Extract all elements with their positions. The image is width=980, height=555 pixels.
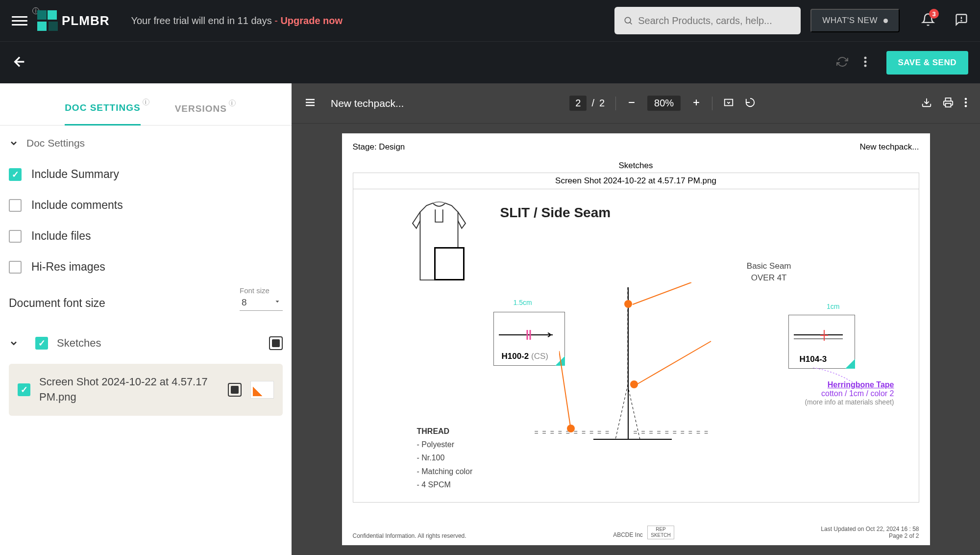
upgrade-link[interactable]: Upgrade now	[280, 15, 343, 26]
h104-detail-box: 1cm H104-3	[788, 315, 855, 369]
document-page: Stage: Design New techpack... Sketches S…	[342, 133, 930, 545]
sketch-image: SLIT / Side Seam Basic Seam OVER 4T 1.5c…	[353, 189, 919, 503]
notifications-button[interactable]: 3	[921, 13, 935, 28]
footer-updated: Last Updated on Oct 22, 2024 16 : 58 Pag…	[821, 526, 919, 539]
svg-point-5	[864, 56, 866, 59]
svg-line-30	[635, 341, 711, 385]
seam-label: Basic Seam OVER 4T	[747, 260, 791, 284]
whats-new-dot-icon	[883, 19, 888, 23]
checkbox[interactable]	[35, 337, 48, 350]
option-label: Include comments	[31, 199, 123, 212]
tab-label: VERSIONS	[175, 103, 227, 114]
zoom-level[interactable]: 80%	[647, 96, 681, 111]
font-size-select[interactable]: Font size 8	[240, 295, 283, 311]
page-stage: Stage: Design	[353, 142, 405, 152]
viewer-canvas[interactable]: Stage: Design New techpack... Sketches S…	[292, 124, 980, 555]
checkbox[interactable]	[18, 383, 30, 396]
trial-message: Your free trial will end in 11 days - Up…	[131, 15, 343, 26]
search-box[interactable]	[614, 7, 801, 34]
sketches-section-header[interactable]: Sketches	[0, 324, 292, 359]
font-size-row: Document font size Font size 8	[0, 282, 292, 324]
rotate-icon	[745, 97, 756, 108]
print-button[interactable]	[943, 97, 954, 110]
thread-specs: THREAD - Polyester - Nr.100 - Matching c…	[417, 425, 473, 491]
feedback-button[interactable]	[955, 13, 968, 28]
tab-doc-settings[interactable]: DOC SETTINGS i	[65, 102, 141, 126]
viewer-more-button[interactable]	[964, 97, 967, 110]
feedback-icon	[955, 13, 968, 26]
option-include-summary[interactable]: Include Summary	[0, 159, 292, 190]
dimension-label: 1.5cm	[514, 299, 532, 306]
main-area: DOC SETTINGS i VERSIONS i Doc Settings I…	[0, 83, 980, 555]
page-current-input[interactable]: 2	[569, 96, 587, 111]
font-size-label: Document font size	[9, 297, 105, 310]
search-icon	[623, 16, 633, 25]
sketch-file-item[interactable]: Screen Shot 2024-10-22 at 4.57.17 PM.png	[9, 364, 283, 416]
svg-line-29	[633, 282, 691, 304]
viewer-doc-title: New techpack...	[331, 98, 404, 109]
info-icon: i	[229, 100, 236, 106]
svg-point-19	[965, 101, 967, 103]
sketch-caption: Screen Shot 2024-10-22 at 4.57.17 PM.png	[353, 173, 919, 189]
expand-toggle[interactable]	[228, 383, 242, 397]
checkbox[interactable]	[9, 168, 22, 181]
arrow-left-icon	[12, 54, 27, 70]
page-indicator: 2 / 2	[569, 96, 605, 111]
option-label: Hi-Res images	[31, 260, 105, 274]
file-name: Screen Shot 2024-10-22 at 4.57.17 PM.png	[39, 375, 219, 405]
more-actions-button[interactable]	[864, 56, 867, 70]
info-icon: i	[143, 99, 149, 105]
page-footer: Confidential Information. All rights res…	[353, 526, 919, 539]
chevron-down-icon	[9, 138, 19, 148]
viewer-sidebar-toggle[interactable]	[304, 97, 316, 110]
download-button[interactable]	[921, 97, 932, 110]
checkbox[interactable]	[9, 199, 22, 212]
page-title-right: New techpack...	[860, 142, 919, 152]
doc-settings-section-header[interactable]: Doc Settings	[0, 126, 292, 159]
svg-rect-15	[725, 99, 733, 105]
zoom-out-button[interactable]	[627, 98, 637, 109]
font-size-dropdown[interactable]: 8	[240, 295, 283, 311]
svg-point-20	[965, 105, 967, 107]
rotate-button[interactable]	[745, 97, 756, 110]
document-viewer: New techpack... 2 / 2 80%	[292, 83, 980, 555]
dots-vertical-icon	[964, 97, 967, 108]
download-icon	[921, 97, 932, 108]
svg-rect-17	[946, 103, 951, 106]
svg-point-18	[965, 98, 967, 100]
footer-confidential: Confidential Information. All rights res…	[353, 532, 466, 539]
checkbox[interactable]	[9, 230, 22, 243]
expand-toggle[interactable]	[269, 336, 283, 350]
whats-new-button[interactable]: WHAT'S NEW	[810, 9, 900, 32]
logo-mark-icon	[37, 10, 58, 31]
herringbone-label: Herringbone Tape cotton / 1cm / color 2 …	[805, 380, 894, 406]
option-hires-images[interactable]: Hi-Res images	[0, 252, 292, 282]
viewer-toolbar: New techpack... 2 / 2 80%	[292, 83, 980, 124]
fit-page-icon	[723, 97, 734, 108]
sync-button[interactable]	[836, 56, 848, 70]
zoom-in-button[interactable]	[691, 98, 701, 109]
tab-label: DOC SETTINGS	[65, 102, 141, 113]
option-include-comments[interactable]: Include comments	[0, 190, 292, 221]
whats-new-label: WHAT'S NEW	[822, 16, 878, 25]
option-include-files[interactable]: Include files	[0, 221, 292, 252]
dots-vertical-icon	[864, 56, 867, 68]
dimension-label: 1cm	[827, 303, 839, 310]
h104-label: H104-3	[800, 354, 827, 364]
option-label: Include files	[31, 229, 91, 243]
search-input[interactable]	[638, 15, 792, 26]
menu-hamburger-icon[interactable]	[12, 13, 27, 28]
sketches-label: Sketches	[57, 337, 260, 350]
svg-line-31	[559, 351, 571, 429]
back-button[interactable]	[12, 54, 27, 72]
checkbox[interactable]	[9, 261, 22, 274]
svg-point-7	[864, 64, 866, 67]
sidebar-tabs: DOC SETTINGS i VERSIONS i	[0, 83, 292, 126]
sync-icon	[836, 56, 848, 68]
plus-icon	[691, 98, 701, 107]
svg-point-6	[864, 60, 866, 63]
brand-logo[interactable]: i PLMBR	[37, 10, 109, 31]
tab-versions[interactable]: VERSIONS i	[175, 103, 227, 125]
fit-page-button[interactable]	[723, 97, 734, 110]
save-send-button[interactable]: SAVE & SEND	[886, 51, 969, 75]
